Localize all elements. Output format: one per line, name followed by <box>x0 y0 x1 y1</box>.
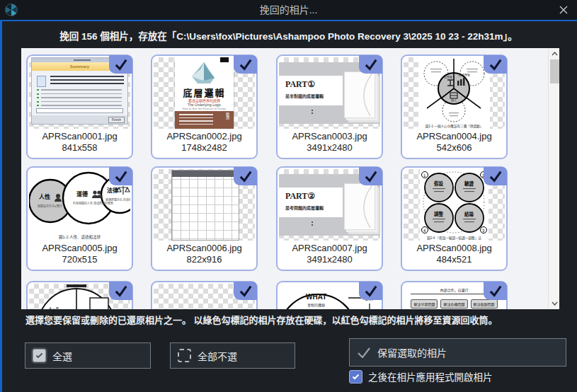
svg-text:經濟學家: 經濟學家 <box>459 73 470 77</box>
photo-filename: APRScan0005.jpg <box>28 243 132 254</box>
photo-card[interactable]: 底層邏輯 看清這個世界的底牌 The Underlying Logic How … <box>151 54 258 159</box>
photo-dimensions: 484x521 <box>402 254 506 265</box>
svg-text:商人: 商人 <box>451 98 457 103</box>
page-stack-graphic <box>344 183 375 230</box>
svg-text:法學家: 法學家 <box>444 75 452 79</box>
photo-filename: APRScan0008.jpg <box>402 243 506 254</box>
book-cover-graphic: 底層邏輯 看清這個世界的底牌 The Underlying Logic How … <box>175 57 234 129</box>
checkbox-checked-icon <box>33 349 46 362</box>
check-badge[interactable] <box>234 167 257 185</box>
photo-card[interactable]: Summary Finish APRScan0001.jpg 841x558 <box>26 54 133 159</box>
photo-dimensions: 3491x2480 <box>278 254 382 265</box>
svg-text:人性: 人性 <box>39 193 50 200</box>
svg-text:事物的種類: 事物的種類 <box>307 303 325 308</box>
photo-card[interactable]: APRScan0006.jpg 822x916 <box>151 166 258 271</box>
window-title: 挽回的相片... <box>0 0 577 20</box>
check-icon <box>238 58 253 71</box>
close-icon <box>559 5 569 15</box>
svg-text:維護群體存在 的道德底線: 維護群體存在 的道德底線 <box>105 197 130 202</box>
svg-text:調整: 調整 <box>434 211 444 217</box>
figure-caption: 圖1-2 人性、道德和法律 <box>29 234 130 240</box>
photo-card[interactable] <box>151 281 258 309</box>
venn-diagram-graphic: 法學家 經濟學家 商人 圖1-1 一個人心中應該有三種「對錯觀」 <box>418 57 490 129</box>
photo-card[interactable]: PART② 思考問題的底層邏輯 APRScan0007.jpg 3491x248… <box>276 166 383 271</box>
svg-text:A→B: A→B <box>49 306 59 309</box>
check-icon <box>113 58 129 71</box>
check-icon <box>238 284 253 297</box>
check-badge[interactable] <box>359 282 382 300</box>
page-stack-graphic <box>344 71 375 118</box>
recovered-photos-dialog: { "window": { "title": "挽回的相片..." }, "he… <box>0 0 577 392</box>
figure-caption: 圖1-1 一個人心中應該有三種「對錯觀」 <box>418 124 490 128</box>
photo-card[interactable]: PART① 是非對錯的底層邏輯 APRScan0003.jpg 3491x248… <box>276 54 383 159</box>
keep-selected-label: 保留選取的相片 <box>377 345 447 359</box>
cycle-diagram-graphic: 假設 驗證 調整 結論 1 2 3 4 圖2-4 「假設—驗證—結論—調整」法 <box>420 169 489 241</box>
title-bar: 挽回的相片... <box>0 0 577 20</box>
part-title: PART② <box>285 191 315 202</box>
check-icon <box>113 284 129 297</box>
check-badge[interactable] <box>109 55 132 74</box>
check-icon <box>113 170 129 183</box>
check-badge[interactable] <box>484 167 507 185</box>
svg-text:驗證: 驗證 <box>464 180 474 187</box>
photo-grid-panel: Summary Finish APRScan0001.jpg 841x558 <box>21 48 559 309</box>
photo-filename: APRScan0002.jpg <box>152 131 256 142</box>
svg-text:結論: 結論 <box>464 211 474 217</box>
deselect-all-button[interactable]: 全部不選 <box>170 342 295 369</box>
select-all-button[interactable]: 全選 <box>25 342 151 369</box>
check-badge[interactable] <box>359 167 382 185</box>
open-after-label[interactable]: 之後在相片應用程式開啟相片 <box>368 369 493 384</box>
svg-text:道德: 道德 <box>76 190 88 197</box>
select-all-label: 全選 <box>52 349 72 363</box>
photo-dimensions: 3491x2480 <box>278 142 382 154</box>
photo-dimensions: 841x558 <box>28 142 132 154</box>
check-icon <box>363 170 379 183</box>
photo-card[interactable]: WHAT 事物的種類 WHY 事情 <box>276 281 383 309</box>
part-subtitle: 思考問題的底層邏輯 <box>285 204 324 211</box>
photo-card[interactable]: 人性 個體追求生存&繁衍 道德 約束個體的人性 達成群體的繁榮 法律 維護群體存… <box>26 166 133 271</box>
check-icon <box>352 374 360 380</box>
keep-selected-button[interactable]: 保留選取的相片 <box>349 338 566 367</box>
photo-card[interactable]: 假設 驗證 調整 結論 1 2 3 4 圖2-4 「假設—驗證—結論—調整」法 … <box>401 166 508 271</box>
svg-text:個體追求生存&繁衍: 個體追求生存&繁衍 <box>38 204 62 208</box>
open-after-option: 之後在相片應用程式開啟相片 <box>349 369 493 384</box>
check-badge[interactable] <box>234 282 257 300</box>
recycle-icon <box>37 76 46 87</box>
grid-scrollbar[interactable] <box>548 48 559 309</box>
book-author: 劉潤 <box>225 113 230 120</box>
photo-card[interactable]: 內部合作，自運行 解決早期問題 解決危機問題 解決瓶頸問題 <box>401 281 508 309</box>
check-badge[interactable] <box>359 55 382 74</box>
instruction-text: 選擇您要保留或刪除的已還原相片之一。 以綠色勾標記的相片存放在硬碟，以紅色勾標記… <box>25 313 560 326</box>
chevron-up-icon <box>552 52 558 56</box>
photo-filename: APRScan0001.jpg <box>28 131 132 142</box>
check-icon <box>488 284 503 297</box>
open-after-checkbox[interactable] <box>349 370 362 384</box>
photo-card[interactable]: 法學家 經濟學家 商人 圖1-1 一個人心中應該有三種「對錯觀」 APRScan… <box>401 54 508 159</box>
svg-text:法律: 法律 <box>107 187 118 194</box>
figure-caption: 圖2-4 「假設—驗證—結論—調整」法 <box>420 236 489 240</box>
check-badge[interactable] <box>109 167 132 185</box>
check-badge[interactable] <box>484 55 507 74</box>
check-badge[interactable] <box>234 55 257 74</box>
close-button[interactable] <box>556 3 571 17</box>
scroll-up-button[interactable] <box>549 48 559 59</box>
check-badge[interactable] <box>484 282 507 300</box>
photo-filename: APRScan0006.jpg <box>152 243 256 254</box>
recovery-summary-text: 挽回 156 個相片，存放在「C:\Users\fox\Pictures\Ash… <box>0 28 577 42</box>
accent-left-stripe <box>0 20 2 392</box>
photo-dimensions: 822x916 <box>152 254 256 265</box>
photo-card[interactable]: A→B <box>26 281 133 309</box>
scrollbar-thumb[interactable] <box>550 59 559 83</box>
scroll-down-button[interactable] <box>549 298 559 309</box>
check-icon <box>357 347 371 358</box>
photo-filename: APRScan0007.jpg <box>278 243 382 254</box>
part-subtitle: 是非對錯的底層邏輯 <box>285 93 324 99</box>
svg-text:假設: 假設 <box>434 180 444 187</box>
chevron-down-icon <box>552 301 558 306</box>
check-badge[interactable] <box>109 282 132 300</box>
photo-dimensions: 542x606 <box>402 142 506 154</box>
svg-text:WHAT: WHAT <box>306 293 326 301</box>
check-icon <box>238 170 253 183</box>
photo-filename: APRScan0003.jpg <box>278 131 382 142</box>
check-icon <box>488 58 503 71</box>
